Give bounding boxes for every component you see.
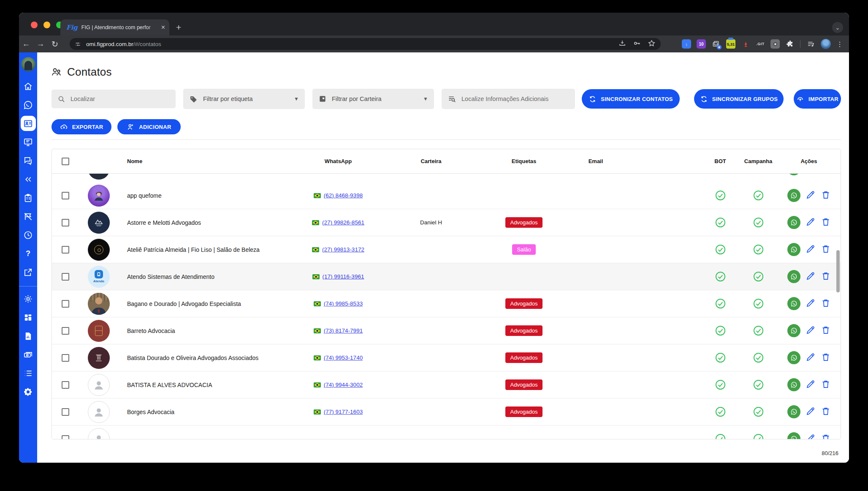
- open-whatsapp-button[interactable]: [787, 432, 800, 439]
- edit-button[interactable]: [806, 352, 816, 364]
- row-checkbox[interactable]: [62, 219, 69, 226]
- delete-button[interactable]: [821, 190, 831, 202]
- delete-button[interactable]: [821, 217, 831, 229]
- sidebar-item-dashboard[interactable]: [23, 312, 34, 323]
- delete-button[interactable]: [821, 174, 831, 175]
- open-whatsapp-button[interactable]: [787, 189, 800, 202]
- open-whatsapp-button[interactable]: [787, 270, 800, 283]
- row-checkbox[interactable]: [62, 246, 69, 254]
- add-contact-button[interactable]: ADICIONAR: [117, 119, 181, 134]
- site-settings-icon[interactable]: [75, 41, 81, 47]
- sidebar-item-gear[interactable]: [23, 293, 34, 304]
- sidebar-item-reply-all[interactable]: [23, 174, 34, 185]
- edit-button[interactable]: [806, 406, 816, 418]
- whatsapp-link[interactable]: (74) 9985-8533: [314, 300, 363, 307]
- sidebar-item-help[interactable]: ?: [23, 248, 34, 259]
- open-whatsapp-button[interactable]: [787, 243, 800, 256]
- delete-button[interactable]: [821, 325, 831, 337]
- open-whatsapp-button[interactable]: [787, 297, 800, 310]
- purple-extension-icon[interactable]: 10: [697, 39, 706, 49]
- export-button[interactable]: EXPORTAR: [52, 119, 111, 134]
- edit-button[interactable]: [806, 271, 816, 283]
- whatsapp-link[interactable]: (17) 99116-3961: [312, 273, 364, 280]
- row-checkbox[interactable]: [62, 354, 69, 362]
- row-checkbox[interactable]: [62, 273, 69, 281]
- delete-button[interactable]: [821, 352, 831, 364]
- menu-kebab-icon[interactable]: ⋮: [836, 40, 843, 48]
- sidebar-item-list[interactable]: [23, 368, 34, 379]
- filter-carteira-select[interactable]: Filtrar por Carteira ▼: [312, 89, 434, 109]
- open-whatsapp-button[interactable]: [787, 351, 800, 364]
- open-whatsapp-button[interactable]: [787, 405, 800, 418]
- edit-button[interactable]: [806, 433, 816, 440]
- delete-button[interactable]: [821, 271, 831, 283]
- reload-button[interactable]: ↻: [48, 39, 62, 49]
- sidebar-item-chat[interactable]: [23, 155, 34, 166]
- import-button[interactable]: IMPORTAR: [794, 89, 841, 109]
- whatsapp-link[interactable]: (27) 99826-8561: [312, 219, 364, 226]
- bookmark-star-icon[interactable]: [648, 39, 656, 49]
- edit-button[interactable]: [806, 217, 816, 229]
- sidebar-item-clipboard[interactable]: [23, 192, 34, 203]
- sidebar-item-money[interactable]: [23, 349, 34, 360]
- edit-button[interactable]: [806, 379, 816, 391]
- delete-button[interactable]: [821, 406, 831, 418]
- sidebar-item-clock[interactable]: [23, 229, 34, 240]
- row-checkbox[interactable]: [62, 408, 69, 416]
- forward-button[interactable]: →: [33, 39, 48, 49]
- user-avatar[interactable]: [21, 57, 35, 71]
- delete-button[interactable]: [821, 244, 831, 256]
- edit-button[interactable]: [806, 325, 816, 337]
- whatsapp-link[interactable]: (27) 99813-3172: [312, 246, 364, 253]
- download-extension-icon[interactable]: ↓: [682, 39, 691, 49]
- sidebar-item-contacts[interactable]: [21, 116, 36, 131]
- whatsapp-link[interactable]: (74) 9953-1740: [314, 355, 363, 361]
- sidebar-item-monitor-chat[interactable]: [23, 136, 34, 147]
- row-checkbox[interactable]: [62, 381, 69, 389]
- tab-close-icon[interactable]: ×: [161, 24, 165, 31]
- delete-button[interactable]: [821, 433, 831, 440]
- minimize-window-button[interactable]: [43, 22, 50, 28]
- open-whatsapp-button[interactable]: [787, 216, 800, 229]
- search-input[interactable]: Localizar: [52, 90, 176, 108]
- row-checkbox[interactable]: [62, 300, 69, 308]
- whatsapp-link[interactable]: (74) 9944-3002: [314, 382, 363, 388]
- extensions-puzzle-icon[interactable]: [785, 39, 795, 49]
- password-key-icon[interactable]: [633, 39, 641, 49]
- delete-button[interactable]: [821, 298, 831, 310]
- edit-button[interactable]: [806, 190, 816, 202]
- additional-info-input[interactable]: Localize Informações Adicionais: [442, 89, 575, 109]
- camera-extension-icon[interactable]: [770, 39, 780, 49]
- price-badge-extension-icon[interactable]: 5,31: [726, 39, 735, 49]
- whatsapp-link[interactable]: (77) 9177-1603: [314, 409, 363, 415]
- red-flame-extension-icon[interactable]: [741, 39, 750, 49]
- open-whatsapp-button[interactable]: [787, 324, 800, 337]
- whatsapp-link[interactable]: (73) 8174-7991: [314, 327, 363, 334]
- address-bar[interactable]: omi.figprod.com.br/#/contatos: [70, 38, 661, 50]
- window-star-extension-icon[interactable]: ★: [711, 39, 721, 49]
- row-checkbox[interactable]: [62, 435, 69, 440]
- sidebar-item-message-slash[interactable]: [23, 211, 34, 222]
- profile-avatar[interactable]: [821, 39, 831, 49]
- sync-groups-button[interactable]: SINCRONIZAR GRUPOS: [694, 89, 784, 109]
- sidebar-item-report[interactable]: [23, 330, 34, 341]
- tab-search-button[interactable]: ⌄: [832, 22, 843, 33]
- edit-button[interactable]: [806, 244, 816, 256]
- sidebar-item-whatsapp[interactable]: [23, 99, 34, 110]
- row-checkbox[interactable]: [62, 192, 69, 199]
- browser-tab[interactable]: Fig FIG | Atendimento com perfor ×: [60, 19, 169, 35]
- open-whatsapp-button[interactable]: [787, 174, 800, 175]
- select-all-checkbox[interactable]: [62, 158, 69, 165]
- delete-button[interactable]: [821, 379, 831, 391]
- table-scrollbar-thumb[interactable]: [836, 250, 840, 292]
- new-tab-button[interactable]: +: [176, 23, 181, 32]
- open-whatsapp-button[interactable]: [787, 378, 800, 391]
- edit-button[interactable]: [806, 298, 816, 310]
- close-window-button[interactable]: [31, 22, 38, 28]
- row-checkbox[interactable]: [62, 327, 69, 335]
- install-icon[interactable]: [618, 39, 626, 49]
- git-extension-icon[interactable]: .GIT: [756, 39, 765, 49]
- whatsapp-link[interactable]: (62) 8468-9398: [314, 192, 363, 199]
- sync-contacts-button[interactable]: SINCRONIZAR CONTATOS: [582, 89, 680, 109]
- sidebar-item-home[interactable]: [23, 81, 34, 92]
